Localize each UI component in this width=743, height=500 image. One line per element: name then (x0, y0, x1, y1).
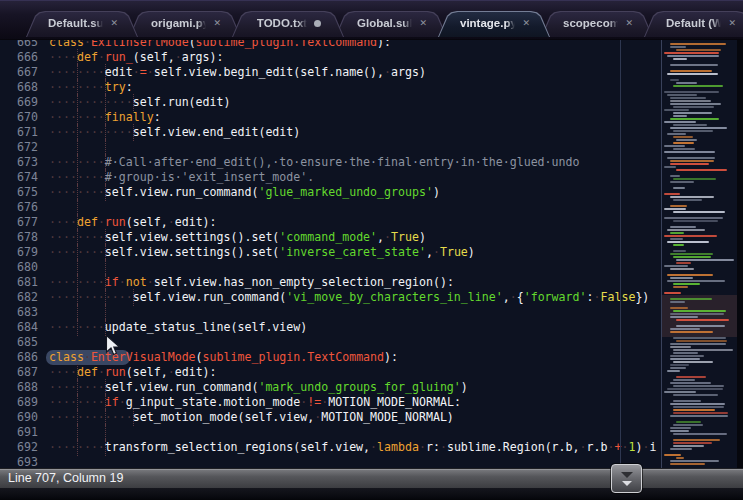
minimap-code-line (673, 256, 711, 258)
minimap-code-line (676, 457, 684, 459)
minimap-code-line (673, 433, 727, 435)
minimap-code-line (673, 439, 720, 441)
code-text: ········transform_selection_regions(self… (49, 440, 656, 455)
code-line-667: 667········edit·=·self.view.begin_edit(s… (0, 65, 661, 80)
minimap-code-line (667, 241, 709, 243)
mouse-cursor-icon (105, 335, 121, 357)
tab-label: Global.sublime (357, 17, 412, 29)
code-text: ········#·group·is·'exit_insert_mode'. (49, 170, 314, 185)
tab-vintage-py[interactable]: vintage.py✕ (438, 11, 550, 37)
minimap-code-line (664, 391, 696, 393)
minimap-code-line (673, 85, 723, 87)
tab-todo-txt[interactable]: TODO.txt (232, 11, 344, 37)
minimap-code-line (664, 151, 715, 153)
tab-scopecommand[interactable]: scopecommand✕ (541, 11, 653, 37)
minimap-code-line (667, 73, 718, 75)
code-text: ············self.run(edit) (49, 95, 231, 110)
minimap-code-line (673, 412, 728, 414)
tab-close-icon[interactable]: ✕ (625, 19, 633, 28)
minimap-code-line (673, 400, 701, 402)
minimap-code-line (664, 292, 681, 294)
code-line-691: 691 (0, 425, 661, 440)
minimap-code-line (673, 406, 724, 408)
minimap-code-line (664, 52, 719, 54)
code-line-684: 684········update_status_line(self.view) (0, 320, 661, 335)
minimap-code-line (673, 250, 686, 252)
minimap-code-line (670, 364, 689, 366)
tab-origami-py[interactable]: origami.py✕ (129, 11, 241, 37)
minimap-code-line (676, 262, 691, 264)
line-number: 693 (0, 455, 38, 469)
minimap-code-line (673, 148, 695, 150)
minimap-code-line (676, 169, 727, 171)
code-line-681: 681········if·not·self.view.has_non_empt… (0, 275, 661, 290)
minimap-code-line (670, 430, 689, 432)
tab-close-icon[interactable]: ✕ (728, 19, 736, 28)
code-line-683: 683 (0, 305, 661, 320)
minimap-code-line (670, 331, 713, 333)
cursor-position-status: Line 707, Column 19 (8, 471, 123, 485)
minimap-code-line (673, 106, 714, 108)
code-line-676: 676 (0, 200, 661, 215)
code-text: ············set_motion_mode(self.view,·M… (49, 410, 454, 425)
code-text: ····def·run_(self,·args): (49, 50, 224, 65)
minimap-code-line (670, 205, 687, 207)
code-editor[interactable]: 665class·ExitInsertMode(sublime_plugin.T… (0, 40, 661, 468)
code-text: ········self.view.run_command('glue_mark… (49, 185, 440, 200)
tab-close-icon[interactable]: ✕ (419, 19, 427, 28)
code-text: ········self.view.settings().set('invers… (49, 245, 475, 260)
minimap-code-line (667, 388, 723, 390)
minimap-code-line (670, 346, 691, 348)
scroll-down-stepper-icon[interactable] (622, 481, 632, 486)
tab-close-icon[interactable]: ✕ (522, 19, 530, 28)
code-text: ············self.view.run_command('vi_mo… (49, 290, 649, 305)
code-line-680: 680 (0, 260, 661, 275)
code-line-674: 674········#·group·is·'exit_insert_mode'… (0, 170, 661, 185)
scroll-up-stepper-icon[interactable] (621, 472, 633, 478)
minimap-code-line (673, 283, 700, 285)
minimap-code-line (676, 82, 697, 84)
minimap-code-line (667, 274, 713, 276)
minimap-code-line (673, 385, 724, 387)
code-text: ····def·run(self,·edit): (49, 365, 217, 380)
minimap-code-line (670, 160, 714, 162)
code-line-675: 675········self.view.run_command('glue_m… (0, 185, 661, 200)
minimap-code-line (670, 307, 688, 309)
code-line-668: 668········try: (0, 80, 661, 95)
line-number: 692 (0, 440, 38, 455)
tab-label: Default (Windo (666, 17, 721, 29)
minimap-code-line (673, 244, 684, 246)
line-number: 675 (0, 185, 38, 200)
line-number: 668 (0, 80, 38, 95)
line-number: 688 (0, 380, 38, 395)
minimap-code-line (673, 445, 704, 447)
minimap[interactable] (662, 40, 737, 468)
minimap-code-line (673, 199, 702, 201)
tab-bar: Default.sublime✕origami.py✕TODO.txtGloba… (0, 0, 743, 40)
column-ruler (620, 40, 621, 468)
line-number: 683 (0, 305, 38, 320)
code-line-690: 690············set_motion_mode(self.view… (0, 410, 661, 425)
minimap-code-line (673, 409, 715, 411)
code-text: class·EnterVisualMode(sublime_plugin.Tex… (49, 350, 398, 365)
tab-label: Default.sublime (48, 17, 103, 29)
minimap-code-line (670, 103, 721, 105)
minimap-code-line (673, 220, 718, 222)
minimap-code-line (664, 454, 681, 456)
code-line-692: 692········transform_selection_regions(s… (0, 440, 661, 455)
minimap-code-line (670, 328, 700, 330)
minimap-code-line (676, 259, 734, 261)
code-line-686: 686class·EnterVisualMode(sublime_plugin.… (0, 350, 661, 365)
code-text: ········edit·=·self.view.begin_edit(self… (49, 65, 426, 80)
minimap-code-line (673, 361, 713, 363)
tab-global-sublime[interactable]: Global.sublime✕ (335, 11, 447, 37)
minimap-code-line (670, 253, 713, 255)
tab-default-windo[interactable]: Default (Windo✕ (644, 11, 743, 37)
scrollbar-stepper-buttons[interactable] (611, 464, 642, 493)
tab-default-sublime[interactable]: Default.sublime✕ (26, 11, 138, 37)
line-number: 672 (0, 140, 38, 155)
minimap-code-line (670, 301, 685, 303)
line-number: 687 (0, 365, 38, 380)
tab-close-icon[interactable]: ✕ (213, 19, 221, 28)
tab-close-icon[interactable]: ✕ (110, 19, 118, 28)
